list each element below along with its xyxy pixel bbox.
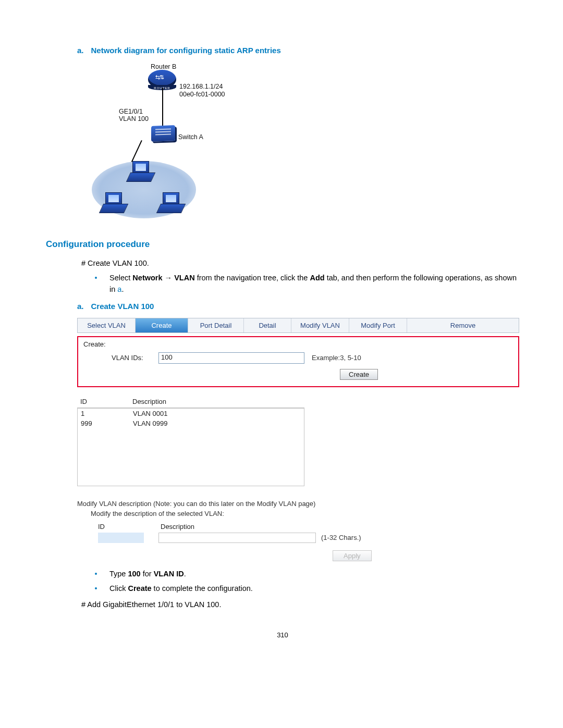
col-id: ID: [80, 398, 132, 405]
step1-text: # Create VLAN 100.: [81, 258, 519, 268]
heading-config-procedure: Configuration procedure: [46, 239, 519, 250]
mod-col-desc: Description: [161, 523, 194, 530]
vlan-create-ui: Select VLAN Create Port Detail Detail Mo…: [77, 318, 519, 561]
table-row[interactable]: 999 VLAN 0999: [78, 418, 304, 428]
heading-title: Create VLAN 100: [91, 302, 154, 311]
switch-icon: [151, 125, 175, 142]
pc-icon: [101, 192, 125, 214]
router-arrows-icon: ⇆⇅: [155, 74, 164, 81]
network-diagram: Router B ⇆⇅ ROUTER 192.168.1.1/24 00e0-f…: [87, 62, 274, 224]
section-heading-a: a.Network diagram for configuring static…: [77, 46, 519, 55]
tab-modify-port[interactable]: Modify Port: [349, 318, 407, 332]
bullet-text: Click Create to complete the configurati…: [109, 583, 519, 595]
modify-note: Modify VLAN description (Note: you can d…: [77, 500, 519, 508]
table-header: ID Description: [77, 396, 304, 408]
tab-port-detail[interactable]: Port Detail: [188, 318, 244, 332]
table-body[interactable]: 1 VLAN 0001 999 VLAN 0999: [77, 408, 304, 486]
create-panel: Create: VLAN IDs: 100 Example:3, 5-10 Cr…: [77, 336, 519, 387]
label-mac: 00e0-fc01-0000: [179, 91, 225, 98]
mod-desc-input[interactable]: [158, 533, 316, 543]
pc-icon: [158, 192, 182, 214]
label-ip: 192.168.1.1/24: [179, 83, 223, 90]
link-vertical: [162, 88, 163, 127]
modify-subnote: Modify the description of the selected V…: [91, 510, 519, 517]
tab-remove[interactable]: Remove: [407, 318, 519, 332]
tab-detail[interactable]: Detail: [244, 318, 291, 332]
bullet-text: Type 100 for VLAN ID.: [109, 569, 519, 580]
apply-button[interactable]: Apply: [333, 550, 372, 561]
create-button[interactable]: Create: [340, 369, 378, 380]
bullet-item: Click Create to complete the configurati…: [77, 583, 519, 595]
section-heading-a2: a.Create VLAN 100: [77, 302, 519, 311]
step-add-ge: # Add GigabitEthernet 1/0/1 to VLAN 100.: [81, 599, 519, 610]
pc-icon: [128, 161, 152, 183]
bullet-item: Select Network → VLAN from the navigatio…: [77, 273, 519, 295]
heading-title: Network diagram for configuring static A…: [91, 46, 281, 55]
label-vlan: VLAN 100: [119, 115, 149, 122]
col-desc: Description: [132, 398, 166, 405]
table-row[interactable]: 1 VLAN 0001: [78, 409, 304, 418]
bullet-icon: [95, 587, 97, 589]
bullet-icon: [95, 277, 97, 279]
bullet-icon: [95, 573, 97, 575]
bullet-item: Type 100 for VLAN ID.: [77, 569, 519, 580]
vlan-table: ID Description 1 VLAN 0001 999 VLAN 0999: [77, 396, 304, 486]
page-number: 310: [46, 631, 519, 639]
router-badge: ROUTER: [148, 87, 176, 90]
tab-bar: Select VLAN Create Port Detail Detail Mo…: [77, 318, 519, 333]
modify-header: ID Description: [98, 523, 519, 530]
create-label: Create:: [83, 340, 513, 348]
tab-create[interactable]: Create: [136, 318, 188, 332]
router-icon: ⇆⇅ ROUTER: [148, 70, 176, 89]
mod-col-id: ID: [98, 523, 161, 530]
label-ge: GE1/0/1: [119, 108, 143, 115]
bullet-text: Select Network → VLAN from the navigatio…: [109, 273, 519, 295]
heading-prefix: a.: [77, 46, 84, 55]
modify-row: (1-32 Chars.): [98, 533, 519, 543]
vlan-ids-label: VLAN IDs:: [112, 354, 158, 362]
vlan-ids-input[interactable]: 100: [158, 352, 304, 364]
mod-hint: (1-32 Chars.): [321, 534, 361, 541]
label-switch-a: Switch A: [178, 133, 203, 141]
tab-modify-vlan[interactable]: Modify VLAN: [291, 318, 349, 332]
mod-id-display: [98, 533, 144, 543]
label-router-b: Router B: [151, 63, 176, 70]
tab-select-vlan[interactable]: Select VLAN: [78, 318, 136, 332]
heading-prefix: a.: [77, 302, 84, 311]
example-hint: Example:3, 5-10: [312, 354, 361, 362]
